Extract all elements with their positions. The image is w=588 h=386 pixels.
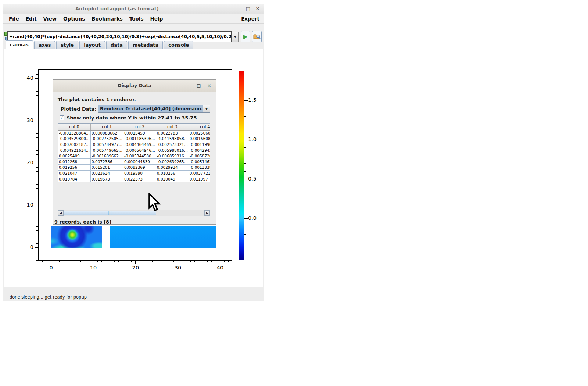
tab-canvas[interactable]: canvas — [6, 40, 33, 50]
renderer-combobox[interactable]: Renderer 0: dataset[40,40] (dimension...… — [98, 105, 210, 113]
column-header[interactable]: col 4 — [189, 124, 210, 130]
expert-label[interactable]: Expert — [241, 16, 259, 22]
tab-metadata[interactable]: metadata — [128, 41, 163, 49]
table-cell: 0.019573 — [90, 176, 123, 182]
colorbar-minor-tick — [244, 132, 246, 132]
x-minor-tick — [123, 260, 123, 262]
column-header[interactable]: col 1 — [90, 124, 123, 130]
y-minor-tick — [36, 243, 38, 244]
table-cell: -0.006564946... — [123, 147, 156, 153]
x-minor-tick — [165, 260, 165, 262]
y-minor-tick — [36, 95, 38, 96]
table-row[interactable]: 0.0210470.0236340.0195900.0102560.003772… — [58, 170, 210, 176]
y-tick-label: 30 — [18, 117, 33, 123]
tab-layout[interactable]: layout — [79, 41, 105, 49]
colorbar-minor-tick — [244, 171, 246, 172]
colorbar-minor-tick — [244, 195, 246, 195]
x-minor-tick — [207, 260, 208, 262]
table-cell: 0.0037721 — [189, 170, 210, 176]
menu-edit[interactable]: Edit — [22, 15, 40, 23]
minimize-icon[interactable]: – — [234, 5, 242, 12]
menu-view[interactable]: View — [40, 15, 60, 23]
table-cell: -0.002639263... — [156, 159, 189, 165]
dialog-close-icon[interactable]: ✕ — [205, 82, 214, 89]
dialog-titlebar[interactable]: Display Data – □ ✕ — [53, 80, 216, 92]
colorbar-tick-label: 0.5 — [248, 176, 264, 182]
x-minor-tick — [118, 260, 119, 262]
statusbar: done sleeping... get ready for popup — [3, 287, 264, 301]
table-row[interactable]: -0.004921634...-0.005749665...-0.0065649… — [58, 147, 210, 153]
table-row[interactable]: -0.007002187...-0.005784977...-0.0044644… — [58, 142, 210, 147]
y-minor-tick — [36, 74, 38, 75]
table-cell: -0.005784977... — [90, 142, 123, 147]
y-minor-tick — [36, 226, 38, 227]
tab-style[interactable]: style — [56, 41, 78, 49]
y-minor-tick — [36, 100, 38, 100]
menu-file[interactable]: File — [6, 15, 22, 23]
table-cell: 0.000044839 — [123, 159, 156, 165]
x-minor-tick — [110, 260, 110, 262]
tab-data[interactable]: data — [106, 41, 127, 49]
table-row[interactable]: 0.0025409-0.001689662...-0.005344580...-… — [58, 153, 210, 159]
inspect-uri-button[interactable] — [252, 31, 262, 42]
colorbar-minor-tick — [244, 234, 246, 235]
table-row[interactable]: -0.001328804...0.0000836620.00154590.002… — [58, 130, 210, 136]
tab-console[interactable]: console — [164, 41, 193, 49]
scroll-right-icon[interactable]: ▶ — [204, 210, 210, 216]
table-row[interactable]: 0.0107840.0195730.0223730.0200490.011997… — [58, 176, 210, 182]
x-minor-tick — [186, 260, 186, 262]
x-minor-tick — [80, 260, 81, 262]
heatmap-strip-left — [51, 226, 102, 248]
maximize-icon[interactable]: □ — [244, 5, 252, 12]
display-data-dialog: Display Data – □ ✕ The plot contains 1 r… — [53, 79, 216, 225]
y-major-tick — [35, 205, 38, 205]
horizontal-scrollbar[interactable]: ◀ ||| ▶ — [58, 210, 210, 216]
x-minor-tick — [161, 260, 161, 262]
y-minor-tick — [36, 180, 38, 180]
window-titlebar[interactable]: Autoplot untagged (as tomcat) – □ ✕ — [3, 4, 264, 14]
y-minor-tick — [36, 112, 38, 112]
x-minor-tick — [216, 260, 216, 262]
go-button[interactable]: ▶ — [241, 31, 250, 42]
x-minor-tick — [140, 260, 140, 262]
table-cell: -0.005344580... — [123, 153, 156, 159]
uri-dropdown-icon[interactable]: ▼ — [232, 32, 239, 42]
table-cell: 0.022373 — [123, 176, 156, 182]
table-row[interactable]: -0.004529800...-0.002752505...-0.0011853… — [58, 136, 210, 142]
data-table-scrollpane[interactable]: col 0col 1col 2col 3col 4-0.001328804...… — [58, 123, 210, 216]
menu-tools[interactable]: Tools — [126, 15, 147, 23]
renderer-count-text: The plot contains 1 renderer. — [58, 97, 136, 102]
combobox-arrow-icon[interactable]: ▼ — [203, 105, 210, 112]
x-minor-tick — [173, 260, 174, 262]
table-cell: -0.001328804... — [58, 130, 90, 136]
y-minor-tick — [36, 108, 38, 108]
table-row[interactable]: 0.0122680.00723860.000044839-0.002639263… — [58, 159, 210, 165]
column-header[interactable]: col 2 — [123, 124, 156, 130]
table-row[interactable]: 0.0192560.0152010.00823690.0029934-0.001… — [58, 165, 210, 171]
menu-options[interactable]: Options — [60, 15, 88, 23]
y-filter-checkbox[interactable]: ✓ — [60, 115, 64, 120]
colorbar-tick-label: 1.5 — [248, 97, 264, 103]
x-minor-tick — [85, 260, 85, 262]
table-cell: 0.012268 — [58, 159, 90, 165]
dialog-minimize-icon[interactable]: – — [184, 82, 193, 89]
table-cell: 0.0082369 — [123, 165, 156, 171]
column-header[interactable]: col 3 — [156, 124, 189, 130]
colorbar-minor-tick — [244, 211, 246, 211]
column-header[interactable]: col 0 — [58, 124, 90, 130]
x-minor-tick — [106, 260, 106, 262]
menu-help[interactable]: Help — [147, 15, 166, 23]
scrollbar-thumb[interactable]: ||| — [64, 211, 156, 215]
table-cell: 0.0022783 — [156, 130, 189, 136]
dialog-maximize-icon[interactable]: □ — [194, 82, 203, 89]
y-minor-tick — [36, 252, 38, 252]
table-cell: 0.010784 — [58, 176, 90, 182]
y-minor-tick — [36, 167, 38, 168]
tab-axes[interactable]: axes — [34, 41, 55, 49]
menu-bookmarks[interactable]: Bookmarks — [88, 15, 126, 23]
scroll-left-icon[interactable]: ◀ — [58, 210, 64, 216]
close-icon[interactable]: ✕ — [254, 5, 262, 12]
x-minor-tick — [182, 260, 182, 262]
y-minor-tick — [36, 150, 38, 151]
y-filter-label: Show only data where Y is within 27.41 t… — [67, 115, 197, 121]
